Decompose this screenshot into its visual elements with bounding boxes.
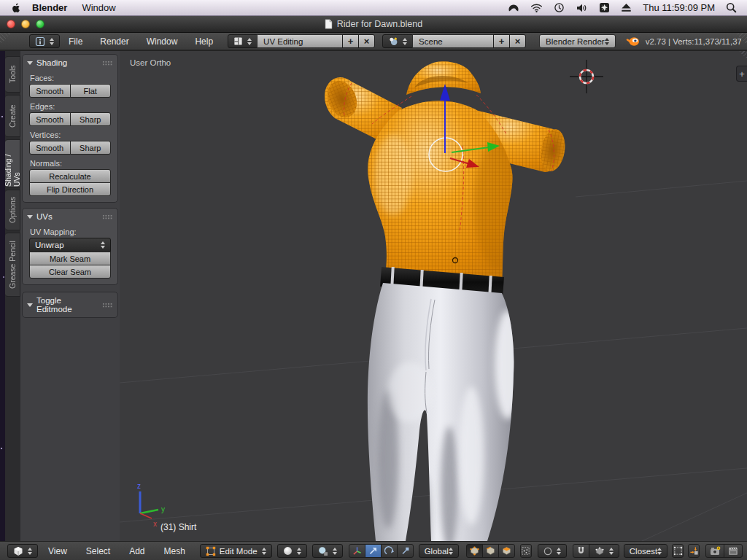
pivot-point-select[interactable]	[312, 544, 343, 558]
blender-logo-icon	[626, 36, 640, 47]
faces-flat-button[interactable]: Flat	[70, 84, 112, 98]
snap-peel-object-button[interactable]	[688, 544, 700, 558]
proportional-editing-select[interactable]	[538, 544, 567, 558]
manipulator-buttons	[349, 544, 414, 558]
keyboard-viewer-status-icon[interactable]	[599, 2, 610, 13]
normals-flip-direction-button[interactable]: Flip Direction	[29, 182, 111, 196]
vertices-smooth-button[interactable]: Smooth	[29, 141, 71, 155]
zoom-window-button[interactable]	[36, 20, 44, 28]
eject-status-icon[interactable]	[621, 3, 632, 12]
apple-menu-icon[interactable]	[10, 2, 20, 14]
select-mode-buttons	[466, 544, 515, 558]
transform-orientation-select[interactable]: Global	[419, 544, 459, 558]
menubar-window-menu[interactable]: Window	[82, 2, 115, 13]
viewport-3d[interactable]: z y x User Ortho + (31) Shirt	[120, 51, 747, 541]
close-window-button[interactable]	[7, 20, 15, 28]
snap-self-button[interactable]	[672, 544, 684, 558]
scale-icon	[400, 546, 410, 556]
editor-type-button-info[interactable]	[29, 34, 60, 48]
vertices-sharp-button[interactable]: Sharp	[70, 141, 112, 155]
snap-toggle-button[interactable]	[573, 544, 589, 558]
main-area: Tools Create Shading / UVs Options Greas…	[0, 51, 747, 541]
normals-recalculate-button[interactable]: Recalculate	[29, 169, 111, 183]
menu-render[interactable]: Render	[91, 36, 137, 47]
tab-tools[interactable]: Tools	[5, 56, 20, 93]
menu-mesh[interactable]: Mesh	[155, 546, 194, 556]
menu-select[interactable]: Select	[77, 546, 119, 556]
snap-target-select[interactable]: Closest	[624, 544, 667, 558]
panel-grip-icon[interactable]	[102, 214, 113, 219]
scene-browse-button[interactable]	[382, 34, 413, 48]
phone-status-icon[interactable]	[507, 2, 519, 13]
panel-grip-icon[interactable]	[102, 303, 113, 308]
menu-window[interactable]: Window	[138, 36, 187, 47]
volume-status-icon[interactable]	[576, 3, 588, 13]
viewport-editor-icon	[13, 546, 23, 556]
snap-element-cube-icon	[595, 547, 605, 556]
proportional-editing-icon	[543, 547, 552, 556]
time-machine-status-icon[interactable]	[554, 2, 565, 13]
magnet-icon	[576, 546, 586, 556]
uvs-panel-header[interactable]: UVs	[23, 209, 117, 223]
clapperboard-render-icon	[728, 546, 739, 556]
tab-create[interactable]: Create	[5, 95, 20, 137]
opengl-render-image-button[interactable]	[705, 544, 724, 558]
manipulator-axes-button[interactable]	[349, 544, 365, 558]
menu-file[interactable]: File	[60, 36, 91, 47]
toggle-editmode-panel: Toggle Editmode	[22, 292, 118, 318]
screen-layout-browse-button[interactable]	[228, 34, 258, 48]
mark-seam-button[interactable]: Mark Seam	[29, 252, 111, 265]
editor-type-button-3dview[interactable]	[7, 544, 38, 558]
menubar-clock[interactable]: Thu 11:59:09 PM	[643, 2, 715, 13]
render-engine-select[interactable]: Blender Render	[539, 34, 616, 48]
edge-select-mode-button[interactable]	[482, 544, 499, 558]
window-titlebar[interactable]: Rider for Dawn.blend	[0, 16, 747, 33]
vertex-select-mode-button[interactable]	[466, 544, 483, 558]
snap-element-select[interactable]	[589, 544, 619, 558]
manipulator-scale-button[interactable]	[397, 544, 414, 558]
add-screen-layout-button[interactable]: +	[342, 34, 359, 48]
panel-grip-icon[interactable]	[102, 61, 113, 66]
viewport-shading-select[interactable]	[277, 544, 307, 558]
snap-peel-icon	[689, 546, 699, 556]
manipulator-rotate-button[interactable]	[381, 544, 398, 558]
open-properties-region-button[interactable]: +	[736, 66, 747, 82]
menu-view[interactable]: View	[39, 546, 76, 556]
tab-options[interactable]: Options	[5, 190, 20, 230]
window-title: Rider for Dawn.blend	[337, 19, 422, 29]
wifi-status-icon[interactable]	[530, 3, 543, 12]
screen-layout-name-field[interactable]: UV Editing	[257, 34, 343, 48]
delete-screen-layout-button[interactable]: ×	[358, 34, 375, 48]
info-header: File Render Window Help UV Editing + ×	[0, 33, 747, 51]
occlude-geometry-icon	[521, 546, 530, 556]
tab-shading-uvs[interactable]: Shading / UVs	[5, 139, 20, 187]
toolshelf-panels: Shading Faces: Smooth Flat Edges: Smooth…	[20, 51, 120, 541]
menu-help[interactable]: Help	[186, 36, 222, 47]
face-select-mode-button[interactable]	[498, 544, 515, 558]
uvs-panel: UVs UV Mapping: Unwrap Mark Seam Clear S…	[22, 208, 118, 285]
solid-shading-sphere-icon	[283, 546, 293, 556]
shading-panel-header[interactable]: Shading	[23, 55, 117, 69]
menu-add[interactable]: Add	[120, 546, 153, 556]
limit-selection-visible-button[interactable]	[520, 544, 532, 558]
faces-label: Faces:	[30, 74, 110, 82]
menubar-app-name[interactable]: Blender	[32, 2, 67, 13]
add-scene-button[interactable]: +	[493, 34, 510, 48]
toggle-editmode-panel-header[interactable]: Toggle Editmode	[23, 292, 117, 316]
delete-scene-button[interactable]: ×	[509, 34, 526, 48]
edges-sharp-button[interactable]: Sharp	[70, 112, 112, 126]
manipulator-translate-button[interactable]	[365, 544, 382, 558]
document-icon	[325, 19, 333, 29]
editor-corner-grip[interactable]	[0, 33, 12, 44]
clear-seam-button[interactable]: Clear Seam	[29, 265, 111, 279]
uv-mapping-unwrap-dropdown[interactable]: Unwrap	[29, 238, 111, 252]
interaction-mode-select[interactable]: Edit Mode	[200, 544, 272, 558]
spotlight-search-icon[interactable]	[726, 2, 737, 13]
faces-smooth-button[interactable]: Smooth	[29, 84, 71, 98]
opengl-render-animation-button[interactable]	[724, 544, 743, 558]
axis-z-label: z	[137, 482, 141, 490]
minimize-window-button[interactable]	[21, 20, 30, 28]
tab-grease-pencil[interactable]: Grease Pencil	[5, 233, 20, 297]
edges-smooth-button[interactable]: Smooth	[29, 112, 71, 126]
scene-name-field[interactable]: Scene	[412, 34, 494, 48]
